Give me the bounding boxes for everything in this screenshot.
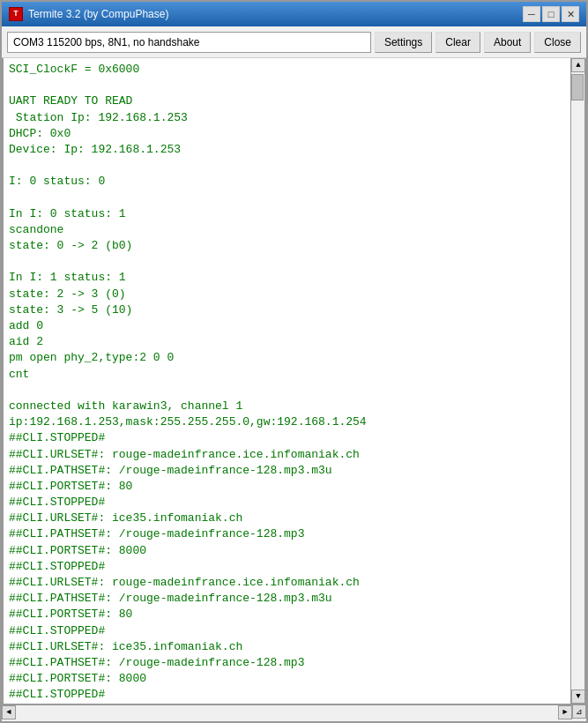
about-button[interactable]: About	[484, 32, 531, 53]
title-bar-controls: ─ □ ✕	[523, 6, 579, 22]
scroll-right-icon: ►	[562, 708, 567, 717]
clear-button[interactable]: Clear	[435, 32, 480, 53]
scroll-thumb-vertical[interactable]	[571, 74, 584, 101]
scroll-right-button[interactable]: ►	[558, 705, 572, 719]
bottom-row: ◄ ► ⊿	[2, 704, 586, 721]
terminal-output[interactable]: SCI_ClockF = 0x6000 UART READY TO READ S…	[4, 58, 570, 704]
minimize-button[interactable]: ─	[523, 6, 540, 22]
main-window: T Termite 3.2 (by CompuPhase) ─ □ ✕ COM3…	[0, 0, 588, 723]
scroll-track-vertical[interactable]	[571, 72, 584, 689]
window-close-button[interactable]: ✕	[562, 6, 579, 22]
horizontal-scrollbar[interactable]: ◄ ►	[2, 704, 572, 719]
window-title: Termite 3.2 (by CompuPhase)	[28, 8, 168, 20]
title-bar: T Termite 3.2 (by CompuPhase) ─ □ ✕	[2, 2, 586, 26]
connection-status: COM3 115200 bps, 8N1, no handshake	[7, 32, 371, 53]
app-icon: T	[9, 7, 23, 21]
resize-handle[interactable]: ⊿	[572, 704, 586, 719]
scroll-left-button[interactable]: ◄	[2, 705, 16, 719]
vertical-scrollbar[interactable]: ▲ ▼	[570, 58, 584, 704]
scroll-down-button[interactable]: ▼	[571, 689, 585, 704]
scroll-down-icon: ▼	[576, 692, 580, 701]
main-area: SCI_ClockF = 0x6000 UART READY TO READ S…	[2, 58, 586, 704]
maximize-button[interactable]: □	[542, 6, 560, 22]
toolbar: COM3 115200 bps, 8N1, no handshake Setti…	[2, 26, 586, 58]
title-bar-left: T Termite 3.2 (by CompuPhase)	[9, 7, 168, 21]
scroll-track-horizontal[interactable]	[16, 705, 558, 719]
settings-button[interactable]: Settings	[375, 32, 432, 53]
scroll-up-icon: ▲	[576, 61, 580, 70]
scroll-up-button[interactable]: ▲	[571, 58, 585, 72]
scroll-left-icon: ◄	[6, 708, 11, 717]
close-button[interactable]: Close	[534, 32, 581, 53]
